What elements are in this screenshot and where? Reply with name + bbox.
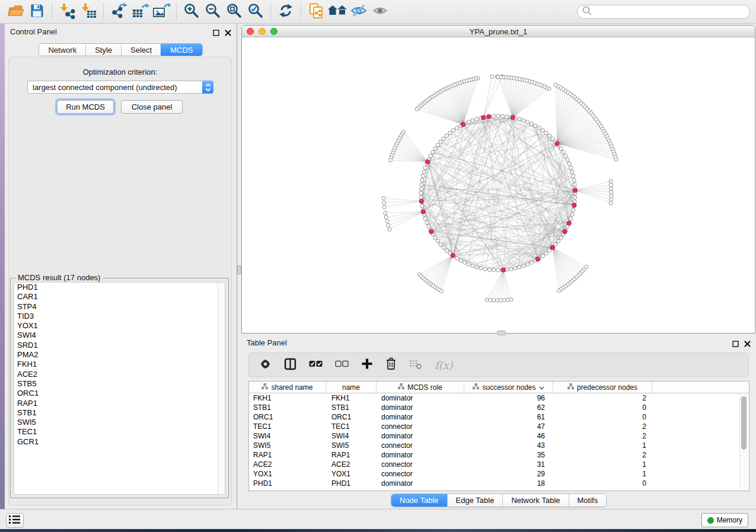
table-cell[interactable]: PHD1 <box>326 479 377 488</box>
table-cell[interactable]: 35 <box>464 451 553 459</box>
table-cell[interactable]: dominator <box>377 413 464 421</box>
table-cell[interactable]: 61 <box>464 413 553 421</box>
export-table-button[interactable] <box>129 2 151 22</box>
tab-mcds[interactable]: MCDS <box>161 44 202 56</box>
tab-motifs[interactable]: Motifs <box>569 494 607 507</box>
column-header-predecessor-nodes[interactable]: predecessor nodes <box>553 382 652 393</box>
mcds-node-item[interactable]: STB1 <box>14 408 225 418</box>
table-cell[interactable]: 29 <box>464 470 553 478</box>
mcds-node-item[interactable]: GCR1 <box>14 437 225 447</box>
clone-network-button[interactable] <box>305 2 327 22</box>
table-options-gear-button[interactable] <box>259 358 272 373</box>
table-cell[interactable]: FKH1 <box>249 394 326 402</box>
table-cell[interactable]: SWI4 <box>249 432 326 440</box>
mcds-node-item[interactable]: SWI4 <box>14 331 225 340</box>
table-cell[interactable]: TEC1 <box>249 422 326 431</box>
table-cell[interactable]: connector <box>377 422 464 431</box>
mcds-node-item[interactable]: STP4 <box>14 302 225 312</box>
table-cell[interactable]: 43 <box>464 441 553 450</box>
add-column-button[interactable] <box>361 358 373 372</box>
table-cell[interactable]: 0 <box>553 479 652 488</box>
table-cell[interactable]: YOX1 <box>249 470 326 478</box>
mcds-list-scrollbar[interactable] <box>218 282 225 495</box>
tab-node-table[interactable]: Node Table <box>391 494 447 507</box>
table-row[interactable]: STB1STB1dominator620 <box>249 403 749 412</box>
table-cell[interactable]: 46 <box>464 432 553 440</box>
column-header-successor-nodes[interactable]: successor nodes <box>464 382 553 393</box>
table-cell[interactable]: 0 <box>553 413 652 421</box>
close-panel-button[interactable]: Close panel <box>121 100 183 114</box>
select-all-checkboxes-button[interactable] <box>309 360 323 370</box>
table-cell[interactable]: ORC1 <box>249 413 326 421</box>
import-table-button[interactable] <box>78 2 99 22</box>
mcds-node-item[interactable]: SWI5 <box>14 418 225 427</box>
table-cell[interactable]: 1 <box>553 470 652 478</box>
mcds-node-item[interactable]: FKH1 <box>14 360 225 369</box>
table-cell[interactable]: 2 <box>553 394 652 402</box>
show-all-button[interactable] <box>369 2 391 22</box>
table-cell[interactable]: 2 <box>553 432 652 440</box>
mcds-node-item[interactable]: TEC1 <box>14 427 225 437</box>
zoom-out-button[interactable] <box>202 2 224 22</box>
export-network-button[interactable] <box>108 2 129 22</box>
table-cell[interactable]: 1 <box>553 460 652 469</box>
hide-selected-button[interactable] <box>348 2 369 22</box>
table-cell[interactable]: 1 <box>553 441 652 450</box>
table-cell[interactable]: 2 <box>553 451 652 459</box>
zoom-selected-button[interactable] <box>245 2 266 22</box>
mcds-node-item[interactable]: TID3 <box>14 312 225 321</box>
mcds-node-item[interactable]: SRD1 <box>14 341 225 350</box>
table-scrollbar[interactable] <box>739 394 748 489</box>
close-panel-icon[interactable] <box>744 339 751 350</box>
delete-column-button[interactable] <box>385 357 397 373</box>
column-header-name[interactable]: name <box>326 382 377 393</box>
run-mcds-button[interactable]: Run MCDS <box>57 100 114 114</box>
column-header-MCDS-role[interactable]: MCDS role <box>377 382 464 393</box>
tab-network[interactable]: Network <box>39 44 85 56</box>
search-input[interactable] <box>595 8 749 17</box>
table-row[interactable]: SWI5SWI5connector431 <box>249 441 749 450</box>
float-panel-icon[interactable] <box>213 28 219 39</box>
table-cell[interactable]: connector <box>377 470 464 478</box>
table-row[interactable]: RAP1RAP1dominator352 <box>249 450 749 460</box>
table-cell[interactable]: ACE2 <box>249 460 326 469</box>
tab-select[interactable]: Select <box>121 44 161 56</box>
table-row[interactable]: ORC1ORC1dominator610 <box>249 412 749 422</box>
table-cell[interactable]: 0 <box>553 403 652 412</box>
table-cell[interactable]: FKH1 <box>326 394 377 402</box>
table-cell[interactable]: STB1 <box>249 403 326 412</box>
table-cell[interactable]: YOX1 <box>326 470 377 478</box>
zoom-fit-button[interactable] <box>224 2 245 22</box>
table-cell[interactable]: dominator <box>377 432 464 440</box>
open-file-button[interactable] <box>5 2 26 22</box>
table-cell[interactable]: dominator <box>377 479 464 488</box>
table-cell[interactable]: SWI5 <box>249 441 326 450</box>
table-cell[interactable]: SWI4 <box>326 432 377 440</box>
table-row[interactable]: YOX1YOX1connector291 <box>249 469 749 479</box>
mcds-node-item[interactable]: STB5 <box>14 379 225 389</box>
table-cell[interactable]: TEC1 <box>326 422 377 431</box>
mcds-node-item[interactable]: ACE2 <box>14 370 225 379</box>
column-header-shared-name[interactable]: shared name <box>249 382 326 393</box>
table-row[interactable]: PHD1PHD1dominator180 <box>249 479 749 488</box>
mcds-node-item[interactable]: PMA2 <box>14 350 225 360</box>
export-image-button[interactable] <box>151 2 172 22</box>
table-cell[interactable]: connector <box>377 460 464 469</box>
table-row[interactable]: ACE2ACE2connector311 <box>249 460 749 469</box>
table-cell[interactable]: 2 <box>553 422 652 431</box>
vertical-splitter-handle[interactable] <box>237 265 241 274</box>
network-search[interactable] <box>577 5 750 19</box>
table-cell[interactable]: RAP1 <box>326 451 377 459</box>
table-cell[interactable]: 62 <box>464 403 553 412</box>
mcds-node-item[interactable]: YOX1 <box>14 321 225 331</box>
table-cell[interactable]: RAP1 <box>249 451 326 459</box>
task-history-button[interactable] <box>6 513 24 528</box>
table-cell[interactable]: 96 <box>464 394 553 402</box>
table-row[interactable]: FKH1FKH1dominator962 <box>249 393 749 403</box>
table-row[interactable]: SWI4SWI4dominator462 <box>249 431 749 441</box>
table-row[interactable]: TEC1TEC1connector472 <box>249 422 749 431</box>
first-neighbors-button[interactable] <box>327 2 348 22</box>
table-cell[interactable]: ORC1 <box>326 413 377 421</box>
table-scrollbar-thumb[interactable] <box>741 396 747 450</box>
vertical-splitter[interactable] <box>237 24 241 509</box>
